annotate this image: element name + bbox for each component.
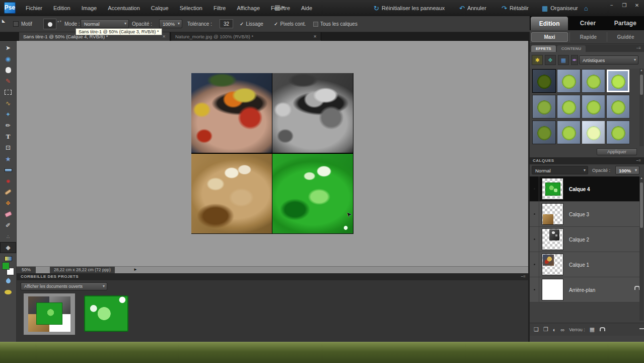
- mode-dropdown[interactable]: Normal ▾: [81, 19, 129, 28]
- layer-thumbnail[interactable]: [542, 254, 563, 275]
- panel-collapse-icon[interactable]: −≡: [636, 46, 641, 50]
- effect-thumb[interactable]: [532, 69, 556, 93]
- scroll-up-icon[interactable]: ▲: [640, 176, 643, 179]
- zoom-level-field[interactable]: 50%: [17, 267, 36, 273]
- layers-scrollbar[interactable]: ▲: [639, 176, 643, 321]
- bin-thumbnail-selected[interactable]: [24, 293, 75, 335]
- quick-selection-tool[interactable]: ✦: [0, 109, 16, 120]
- menu-calque[interactable]: Calque: [146, 5, 174, 11]
- brush-tool[interactable]: ✐: [0, 220, 16, 231]
- new-layer-icon[interactable]: ❏: [534, 326, 539, 333]
- home-button[interactable]: ⌂: [584, 0, 588, 16]
- eyedropper-tool[interactable]: ✎: [0, 76, 16, 87]
- effect-thumb[interactable]: [606, 120, 630, 144]
- apply-button[interactable]: Appliquer: [597, 148, 637, 155]
- effect-thumb[interactable]: [532, 95, 556, 118]
- menu-accentuation[interactable]: Accentuation: [102, 5, 146, 11]
- sponge-tool[interactable]: [0, 286, 16, 297]
- move-tool[interactable]: ➤: [0, 42, 16, 53]
- selection-brush-tool[interactable]: ✏: [0, 120, 16, 131]
- hand-tool[interactable]: [0, 65, 16, 76]
- effect-thumb[interactable]: [532, 120, 556, 144]
- mode-tab-guidee[interactable]: Guidée: [607, 32, 644, 42]
- type-tool[interactable]: T: [0, 131, 16, 142]
- organizer-button[interactable]: ▦ Organiseur: [542, 0, 578, 16]
- project-bin-header[interactable]: CORBEILLE DES PROJETS −≡: [17, 273, 530, 280]
- brush-size-stepper[interactable]: ▴ ▾: [57, 19, 61, 24]
- menu-image[interactable]: Image: [76, 5, 103, 11]
- eraser-tool[interactable]: [0, 209, 16, 220]
- lasso-tool[interactable]: ∿: [0, 98, 16, 109]
- menu-edition[interactable]: Edition: [48, 5, 76, 11]
- layer-thumbnail[interactable]: [542, 203, 563, 225]
- effect-thumb[interactable]: [582, 95, 605, 118]
- restore-button[interactable]: ❐: [620, 3, 628, 8]
- new-group-icon[interactable]: ❐: [543, 326, 548, 333]
- menu-filtre[interactable]: Filtre: [208, 5, 231, 11]
- workspace-tab-edition[interactable]: Edition: [531, 17, 568, 30]
- layer-thumbnail[interactable]: [542, 178, 563, 200]
- status-menu-arrow-icon[interactable]: ►: [133, 267, 137, 272]
- minimize-button[interactable]: −: [608, 3, 616, 8]
- effect-thumb[interactable]: [606, 95, 630, 118]
- opacity-dropdown[interactable]: 100% ▾: [159, 19, 182, 28]
- link-layers-icon[interactable]: ∞: [560, 327, 564, 333]
- tab-close-icon[interactable]: ✕: [313, 34, 317, 39]
- tab-close-icon[interactable]: ✕: [162, 34, 166, 39]
- pencil-tool[interactable]: ∴: [0, 231, 16, 242]
- effect-category-dropdown[interactable]: Artistiques ▾: [579, 55, 638, 65]
- effect-thumb[interactable]: [582, 69, 605, 93]
- canvas-image[interactable]: [191, 73, 353, 234]
- lock-transparency-icon[interactable]: ▦: [590, 326, 595, 333]
- adjustment-layer-icon[interactable]: ◐: [553, 327, 556, 333]
- layer-row-calque-2[interactable]: Calque 2: [530, 227, 640, 252]
- close-button[interactable]: ✕: [633, 3, 641, 8]
- layers-panel-header[interactable]: CALQUES −≡: [530, 157, 644, 164]
- effect-thumb[interactable]: [557, 69, 581, 93]
- menu-affichage[interactable]: Affichage: [231, 5, 265, 11]
- menu-aide[interactable]: Aide: [296, 5, 318, 11]
- effect-thumb[interactable]: [557, 95, 581, 118]
- panel-collapse-icon[interactable]: −≡: [636, 157, 641, 164]
- panel-tab-effets[interactable]: EFFETS: [531, 45, 556, 52]
- straighten-tool[interactable]: [0, 164, 16, 175]
- guided-effects-icon[interactable]: ✒: [571, 55, 578, 65]
- photo-effects-icon[interactable]: ▦: [558, 55, 569, 65]
- scroll-up-icon[interactable]: ▲: [640, 69, 643, 72]
- bin-filter-dropdown[interactable]: Afficher les documents ouverts ▾: [21, 282, 107, 290]
- crop-tool[interactable]: ⊡: [0, 142, 16, 153]
- effect-thumb[interactable]: [606, 69, 630, 93]
- layer-row-calque-4[interactable]: Calque 4: [530, 176, 640, 202]
- zoom-tool[interactable]: ◉: [0, 53, 16, 65]
- mode-tab-maxi[interactable]: Maxi: [531, 32, 568, 42]
- red-eye-tool[interactable]: ◉: [0, 175, 16, 187]
- tolerance-input[interactable]: 32: [220, 19, 233, 28]
- filters-icon[interactable]: ✱: [532, 55, 543, 65]
- layer-row-calque-3[interactable]: Calque 3: [530, 202, 640, 227]
- smart-brush-tool[interactable]: ❖: [0, 198, 16, 209]
- layer-styles-icon[interactable]: ❖: [545, 55, 556, 65]
- layer-row-arriere-plan[interactable]: Arrière-plan: [530, 277, 640, 302]
- redo-button[interactable]: ↷ Rétablir: [502, 0, 529, 16]
- scrollbar-thumb[interactable]: [640, 75, 643, 95]
- workspace-tab-creer[interactable]: Créer: [569, 16, 606, 30]
- effects-scrollbar[interactable]: ▲: [639, 69, 643, 146]
- layer-thumbnail[interactable]: [542, 228, 563, 250]
- contiguous-checkbox[interactable]: ✓ Pixels cont.: [274, 21, 306, 27]
- panel-tab-contenu[interactable]: CONTENU: [557, 45, 586, 52]
- layer-thumbnail[interactable]: [542, 279, 563, 300]
- layer-row-calque-1[interactable]: Calque 1: [530, 252, 640, 277]
- foreground-color-swatch[interactable]: [2, 262, 10, 270]
- all-layers-checkbox[interactable]: Tous les calques: [313, 21, 357, 27]
- bin-thumbnail-green-image[interactable]: [84, 295, 128, 332]
- blend-mode-dropdown[interactable]: Normal ▾: [532, 166, 588, 174]
- undo-button[interactable]: ↶ Annuler: [459, 0, 486, 16]
- color-swatches[interactable]: [2, 262, 16, 279]
- effect-thumb[interactable]: [557, 120, 581, 144]
- menu-fichier[interactable]: Fichier: [20, 5, 48, 11]
- cookie-cutter-tool[interactable]: ★: [0, 153, 16, 164]
- menu-selection[interactable]: Sélection: [174, 5, 208, 11]
- document-tab-2[interactable]: Nature_morte.jpg @ 100% (RVB/8) *✕: [171, 32, 321, 41]
- marquee-tool[interactable]: [0, 87, 16, 98]
- workspace-tab-partage[interactable]: Partage: [607, 16, 644, 30]
